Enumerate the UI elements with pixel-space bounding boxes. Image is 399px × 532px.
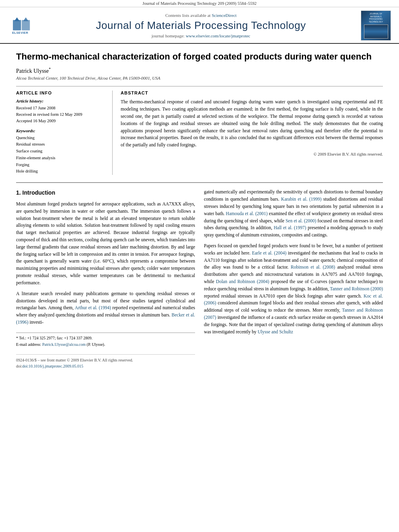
keyword-item: Quenching [16,135,106,142]
citation-hamouda[interactable]: Hamouda et al. (2001) [226,211,267,216]
section-heading-intro: 1. Introduction [16,189,195,197]
copyright-line: © 2009 Elsevier B.V. All rights reserved… [121,152,383,156]
history-received: Received 17 June 2008 [16,105,106,111]
main-body: 1. Introduction Most aluminum forged pro… [16,182,383,370]
citation-robinson2008[interactable]: Robinson et al. (2008) [291,265,335,269]
footer-bar: 0924-0136/$ – see front matter © 2009 El… [16,354,195,370]
journal-homepage-link[interactable]: www.elsevier.com/locate/jmatprotec [186,33,251,38]
keyword-item: Finite-element analysis [16,155,106,162]
info-section: ARTICLE INFO Article history: Received 1… [16,86,383,175]
keyword-item: Hole drilling [16,168,106,175]
citation-dolan[interactable]: Dolan and Robinson (2004) [216,279,269,284]
top-bar: Journal of Materials Processing Technolo… [0,0,399,7]
page-wrapper: Journal of Materials Processing Technolo… [0,0,399,532]
abstract-col: ABSTRACT The thermo-mechanical response … [113,90,383,175]
article-history-label: Article history: [16,99,106,103]
history-accepted: Accepted 16 May 2009 [16,118,106,124]
journal-title-block: Contents lists available at ScienceDirec… [41,13,361,38]
citation-becker[interactable]: Becker et al. (1996) [16,312,195,325]
journal-cover-image: JOURNAL OFMATERIALSPROCESSINGTECHNOLOGY [361,10,391,41]
citation-koc[interactable]: Koc et al. (2006) [204,294,383,306]
citation-tanner2007[interactable]: Tanner and Robinson (2007) [204,308,383,320]
journal-homepage-line: journal homepage: www.elsevier.com/locat… [41,33,361,38]
keyword-item: Residual stresses [16,141,106,148]
footer-issn: 0924-0136/$ – see front matter © 2009 El… [16,357,195,364]
footer-doi: doi:doi:10.1016/j.jmatprotec.2009.05.015 [16,363,195,370]
svg-rect-2 [22,20,30,31]
footnote-tel: * Tel.: +1 724 325 2977; fax: +1 724 337… [16,335,195,341]
left-col: 1. Introduction Most aluminum forged pro… [16,189,195,370]
abstract-text: The thermo-mechanical response of coated… [121,99,383,149]
footnote-email-link[interactable]: Patrick.Ulysse@alcoa.com [42,342,86,347]
content-area: Thermo-mechanical characterization of fo… [0,44,399,378]
keywords-label: Keywords: [16,128,106,133]
right-para2: Papers focused on quenched forged produc… [204,242,383,336]
citation-sen[interactable]: Sen et al. (2000) [286,218,316,223]
sciencedirect-link[interactable]: ScienceDirect [212,13,237,18]
svg-rect-1 [13,20,21,31]
intro-para1: Most aluminum forged products targeted f… [16,201,195,287]
right-para1: gated numerically and experimentally the… [204,189,383,239]
header-left: ELSEVIER [8,14,41,37]
footer-doi-link[interactable]: doi:10.1016/j.jmatprotec.2009.05.015 [23,364,83,368]
journal-header: ELSEVIER Contents lists available at Sci… [0,7,399,44]
svg-text:ELSEVIER: ELSEVIER [12,31,28,35]
author-name: Patrick Ulysse* [16,67,383,74]
citation-arthur[interactable]: Arthur et al. (1994) [75,305,111,310]
keyword-item: Forging [16,162,106,168]
intro-para2: A literature search revealed many public… [16,290,195,326]
history-revised: Received in revised form 12 May 2009 [16,111,106,118]
footnote-email: E-mail address: Patrick.Ulysse@alcoa.com… [16,342,195,348]
citation-karabin[interactable]: Karabin et al. (1999) [281,197,322,201]
affiliation: Alcoa Technical Center, 100 Technical Dr… [16,76,383,80]
elsevier-logo-icon: ELSEVIER [8,14,36,37]
keywords-list: QuenchingResidual stressesSurface coatin… [16,135,106,175]
footnote-section: * Tel.: +1 724 325 2977; fax: +1 724 337… [16,333,195,348]
right-col: gated numerically and experimentally the… [204,189,383,370]
abstract-heading: ABSTRACT [121,90,383,95]
citation-hall[interactable]: Hall et al. (1997) [274,225,306,230]
citation-earle[interactable]: Earle et al. (2004) [252,251,286,255]
article-info-col: ARTICLE INFO Article history: Received 1… [16,90,113,175]
journal-reference: Journal of Materials Processing Technolo… [142,1,256,6]
article-title: Thermo-mechanical characterization of fo… [16,51,383,63]
keyword-item: Surface coating [16,148,106,155]
article-info-heading: ARTICLE INFO [16,90,106,95]
journal-title-main: Journal of Materials Processing Technolo… [41,19,361,32]
sciencedirect-line: Contents lists available at ScienceDirec… [41,13,361,18]
citation-tanner2000[interactable]: Tanner and Robinson (2000) [330,286,383,291]
citation-ulysse[interactable]: Ulysse and Schultz [258,329,293,334]
